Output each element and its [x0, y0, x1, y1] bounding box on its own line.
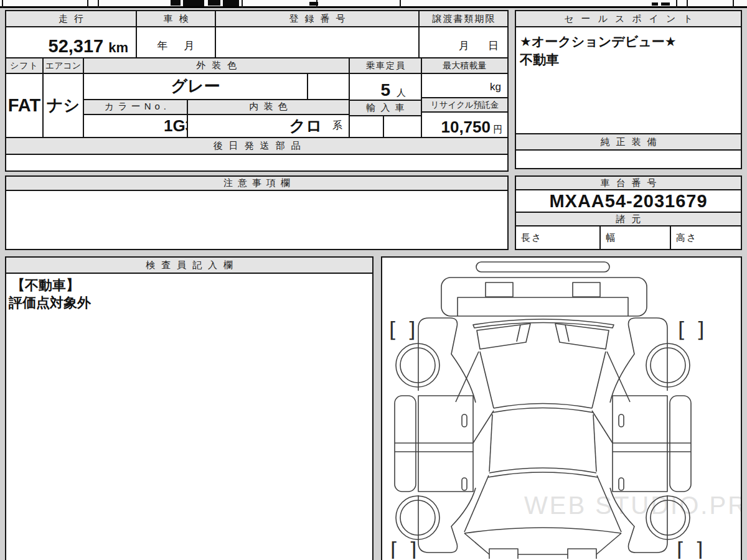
capacity-header: 乗車定員	[350, 58, 422, 73]
max-load-unit: kg	[490, 81, 501, 93]
transfer-day-label: 日	[488, 39, 499, 53]
transfer-deadline-value-cell: 月 日	[420, 27, 507, 57]
car-top-view-diagram: WEB STUDIO.PRO	[382, 258, 741, 559]
svg-text:[: [	[386, 317, 398, 342]
specs-header: 諸元	[516, 213, 741, 226]
svg-text:]: ]	[695, 317, 707, 342]
transfer-month-label: 月	[459, 39, 469, 53]
max-load-value-cell: kg	[422, 74, 507, 97]
chassis-number-cell: MXAA54-2031679	[516, 190, 741, 213]
sales-point-line1: ★オークションデビュー★	[520, 32, 737, 50]
sales-point-panel: セールスポイント ★オークションデビュー★ 不動車 純正装備	[515, 10, 742, 169]
sales-point-header: セールスポイント	[516, 11, 741, 27]
interior-color-value-cell: クロ 系	[188, 115, 349, 137]
import-car-header: 輸入車	[350, 101, 421, 115]
chassis-number-header: 車台番号	[516, 177, 741, 190]
color-no-header: カラーNo.	[84, 100, 188, 114]
svg-text:]: ]	[407, 538, 420, 559]
spec-width-cell: 幅	[601, 226, 671, 249]
registration-header: 登録番号	[216, 11, 420, 26]
exterior-color-sub-cell	[308, 74, 349, 99]
watermark-text: WEB STUDIO.PRO	[524, 492, 741, 519]
vehicle-data-table: 走行 車検 登録番号 譲渡書類期限 52,317 km 年 月 月 日 シフト …	[5, 10, 509, 172]
genuine-equipment-body	[516, 151, 741, 168]
svg-text:]: ]	[406, 317, 418, 342]
aircon-header: エアコン	[44, 58, 84, 73]
exterior-color-value-cell: グレー	[84, 74, 308, 99]
shift-value-cell: FAT	[6, 74, 44, 137]
interior-color-value: クロ	[289, 115, 322, 137]
shift-header: シフト	[6, 58, 44, 73]
import-car-cell-2	[384, 116, 421, 137]
later-parts-value-cell	[6, 155, 507, 170]
notes-header: 注意事項欄	[6, 177, 507, 191]
max-load-header: 最大積載量	[422, 58, 507, 73]
recycle-value-cell: 10,750 円	[422, 113, 507, 137]
sales-point-line2: 不動車	[520, 50, 737, 68]
recycle-header: リサイクル預託金	[422, 98, 507, 111]
capacity-value: 5	[380, 80, 390, 100]
shift-value: FAT	[8, 95, 41, 116]
color-no-value: 1G3	[164, 116, 188, 136]
odometer-unit: km	[108, 40, 128, 56]
aircon-value-cell: ナシ	[44, 74, 84, 137]
svg-text:[: [	[675, 317, 687, 342]
inspector-body: 【不動車】 評価点対象外	[6, 274, 372, 560]
interior-color-header: 内装色	[188, 100, 349, 114]
shaken-month-label: 月	[184, 39, 195, 53]
recycle-unit: 円	[493, 124, 502, 136]
exterior-color-value: グレー	[171, 75, 220, 97]
shaken-year-label: 年	[157, 39, 168, 53]
svg-text:]: ]	[693, 538, 706, 559]
odometer-value: 52,317	[49, 36, 104, 57]
svg-text:[: [	[674, 538, 686, 559]
transfer-deadline-header: 譲渡書類期限	[420, 11, 507, 26]
later-parts-header: 後日発送部品	[6, 138, 507, 154]
svg-text:[: [	[387, 538, 400, 559]
import-car-cell-1	[350, 116, 384, 137]
spec-length-cell: 長さ	[516, 226, 601, 249]
interior-color-suffix: 系	[332, 119, 342, 133]
aircon-value: ナシ	[47, 95, 80, 116]
inspector-header: 検査員記入欄	[6, 258, 372, 274]
recycle-value: 10,750	[441, 118, 491, 137]
inspector-box: 検査員記入欄 【不動車】 評価点対象外	[5, 256, 374, 560]
odometer-value-cell: 52,317 km	[6, 27, 137, 57]
exterior-color-header: 外装色	[84, 58, 350, 73]
shaken-value-cell: 年 月	[137, 27, 216, 57]
capacity-unit: 人	[397, 87, 406, 99]
notes-section: 注意事項欄	[5, 175, 509, 250]
chassis-number: MXAA54-2031679	[549, 191, 707, 212]
genuine-equipment-header: 純正装備	[516, 133, 741, 151]
cutoff-text-fragment	[171, 0, 181, 6]
inspector-line2: 評価点対象外	[9, 294, 367, 312]
top-cutoff-strip	[0, 0, 747, 8]
capacity-value-cell: 5 人	[350, 74, 421, 100]
sales-point-body: ★オークションデビュー★ 不動車	[516, 27, 741, 133]
inspector-line1: 【不動車】	[11, 277, 367, 294]
color-no-value-cell: 1G3	[84, 115, 188, 137]
car-diagram-box: WEB STUDIO.PRO	[381, 256, 742, 560]
spec-height-cell: 高さ	[671, 226, 741, 249]
odometer-header: 走行	[6, 11, 137, 26]
chassis-panel: 車台番号 MXAA54-2031679 諸元 長さ 幅 高さ	[515, 175, 742, 250]
registration-value-cell	[216, 27, 420, 57]
notes-body	[6, 191, 507, 249]
shaken-header: 車検	[137, 11, 216, 26]
